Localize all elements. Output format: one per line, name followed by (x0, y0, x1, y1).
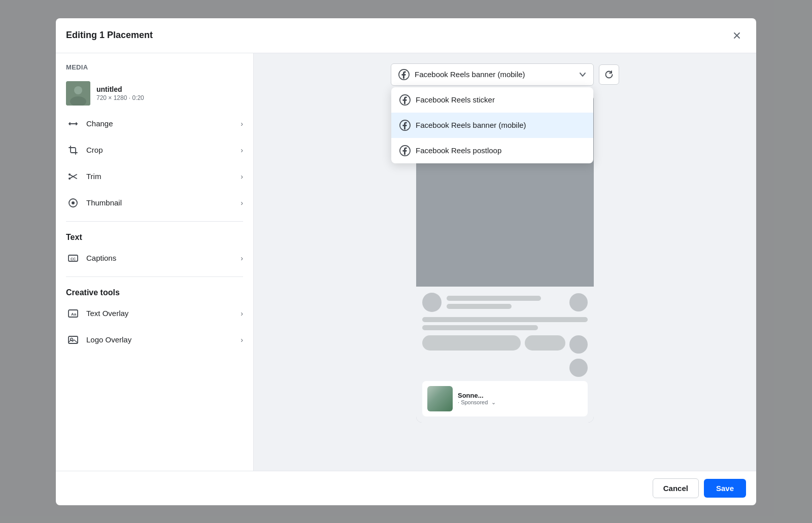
feed-side-icons (422, 359, 588, 377)
dropdown-item-postloop-label: Facebook Reels postloop (416, 146, 501, 155)
trim-chevron-icon: › (241, 172, 243, 181)
svg-point-1 (69, 178, 71, 180)
feed-side-icon-1 (569, 359, 588, 377)
fb-sticker-icon (399, 94, 411, 106)
refresh-icon (604, 70, 614, 79)
trim-icon (66, 169, 80, 184)
right-panel: Facebook Reels banner (mobile) (254, 53, 756, 471)
crop-icon (66, 143, 80, 157)
feed-avatar-row (422, 293, 588, 312)
banner-thumbnail (427, 386, 453, 411)
captions-chevron-icon: › (241, 254, 243, 262)
captions-menu-item[interactable]: CC Captions › (56, 245, 253, 271)
cancel-button[interactable]: Cancel (653, 478, 699, 498)
captions-label: Captions (86, 254, 234, 262)
creative-section-label: Creative tools (56, 282, 253, 300)
modal-title: Editing 1 Placement (66, 30, 153, 41)
crop-chevron-icon: › (241, 146, 243, 154)
text-section-label: Text (56, 227, 253, 245)
dropdown-item-postloop[interactable]: Facebook Reels postloop (391, 138, 593, 163)
text-overlay-label: Text Overlay (86, 309, 234, 318)
close-button[interactable] (728, 26, 746, 45)
dropdown-item-banner-mobile-label: Facebook Reels banner (mobile) (416, 121, 526, 129)
dropdown-item-sticker[interactable]: Facebook Reels sticker (391, 87, 593, 113)
change-icon (66, 117, 80, 131)
facebook-icon (398, 69, 410, 80)
feed-content-lines (422, 317, 588, 330)
placement-selector-wrapper: Facebook Reels banner (mobile) (264, 63, 746, 86)
modal-header: Editing 1 Placement (56, 18, 756, 53)
feed-line-2 (447, 304, 512, 309)
preview-feed: Sonne... · Sponsored ⌄ (416, 287, 594, 423)
fb-postloop-icon (399, 145, 411, 156)
chevron-down-icon (579, 71, 586, 78)
modal: Editing 1 Placement Media untitled 720 ×… (56, 18, 756, 505)
media-section-label: Media (56, 63, 253, 76)
feed-avatar (422, 293, 442, 312)
refresh-button[interactable] (599, 64, 619, 85)
modal-body: Media untitled 720 × 1280 · 0:20 (56, 53, 756, 471)
banner-name: Sonne... (458, 392, 583, 399)
placement-selected-label: Facebook Reels banner (mobile) (415, 70, 574, 79)
feed-action-buttons (422, 335, 588, 354)
svg-text:CC: CC (71, 257, 76, 261)
feed-content-line-2 (422, 325, 538, 330)
feed-primary-btn (422, 335, 521, 351)
change-menu-item[interactable]: Change › (56, 111, 253, 137)
svg-text:Aa: Aa (71, 312, 77, 317)
thumbnail-label: Thumbnail (86, 198, 234, 207)
logo-overlay-label: Logo Overlay (86, 335, 234, 344)
media-meta: 720 × 1280 · 0:20 (96, 94, 243, 101)
save-button[interactable]: Save (704, 479, 746, 498)
media-item: untitled 720 × 1280 · 0:20 (56, 76, 253, 111)
feed-right-icon-1 (569, 293, 588, 311)
thumbnail-chevron-icon: › (241, 199, 243, 207)
crop-menu-item[interactable]: Crop › (56, 137, 253, 163)
banner-ad: Sonne... · Sponsored ⌄ (422, 381, 588, 416)
logo-overlay-icon (66, 333, 80, 347)
captions-icon: CC (66, 251, 80, 265)
divider-1 (66, 221, 243, 222)
modal-overlay: Editing 1 Placement Media untitled 720 ×… (0, 0, 812, 523)
change-chevron-icon: › (241, 120, 243, 128)
svg-point-0 (69, 173, 71, 176)
left-panel: Media untitled 720 × 1280 · 0:20 (56, 53, 254, 471)
media-name: untitled (96, 85, 243, 93)
thumbnail-icon (66, 196, 80, 210)
change-label: Change (86, 119, 234, 128)
feed-line-1 (447, 296, 541, 301)
feed-right-icon-2 (569, 335, 588, 354)
fb-banner-mobile-icon (399, 120, 411, 131)
logo-overlay-chevron-icon: › (241, 336, 243, 344)
text-overlay-chevron-icon: › (241, 309, 243, 318)
svg-point-3 (72, 201, 75, 204)
close-icon (732, 30, 742, 41)
text-overlay-menu-item[interactable]: Aa Text Overlay › (56, 300, 253, 327)
placement-dropdown-menu: Facebook Reels sticker Facebook Reels ba… (391, 87, 593, 163)
placement-dropdown[interactable]: Facebook Reels banner (mobile) (391, 63, 594, 86)
text-overlay-icon: Aa (66, 306, 80, 321)
thumbnail-menu-item[interactable]: Thumbnail › (56, 190, 253, 216)
crop-label: Crop (86, 146, 234, 154)
feed-secondary-btn (525, 335, 565, 351)
banner-sponsored: · Sponsored ⌄ (458, 399, 583, 406)
feed-content-line-1 (422, 317, 588, 322)
logo-overlay-menu-item[interactable]: Logo Overlay › (56, 327, 253, 353)
trim-menu-item[interactable]: Trim › (56, 163, 253, 190)
dropdown-item-banner-mobile[interactable]: Facebook Reels banner (mobile) (391, 113, 593, 138)
dropdown-item-sticker-label: Facebook Reels sticker (416, 95, 495, 104)
modal-footer: Cancel Save (56, 471, 756, 505)
trim-label: Trim (86, 172, 234, 181)
divider-2 (66, 276, 243, 277)
media-thumbnail (66, 81, 90, 106)
